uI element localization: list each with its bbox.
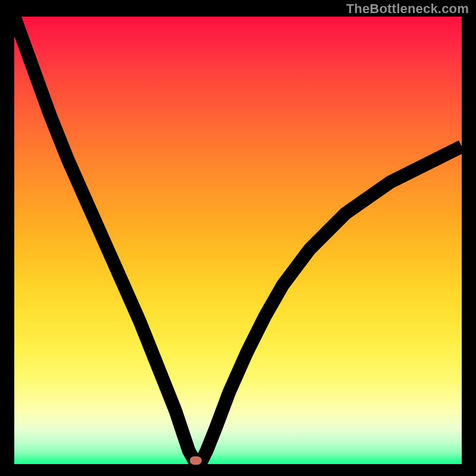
- plot-area: [14, 17, 462, 464]
- bottleneck-curve: [14, 17, 462, 459]
- chart-container: TheBottleneck.com: [0, 0, 476, 476]
- watermark-text: TheBottleneck.com: [346, 1, 469, 17]
- curve-svg: [14, 17, 462, 464]
- optimum-marker: [190, 456, 202, 465]
